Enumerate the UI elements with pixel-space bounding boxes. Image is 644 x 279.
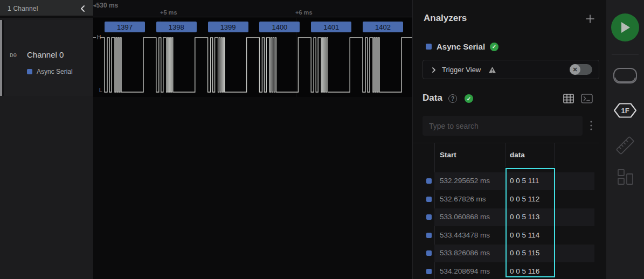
data-section-title: Data [423,93,442,103]
channel-row[interactable]: D0 Channel 0 Async Serial [0,20,93,96]
analyzers-title: Analyzers [424,13,467,24]
frame-bubble[interactable]: 1402 [363,22,403,32]
right-toolbar: 1F [606,0,644,279]
check-circle-icon: ✓ [490,43,498,51]
table-top-border [413,143,599,143]
column-header-start: Start [440,151,456,159]
capture-view: ◂530 ms +5 ms +6 ms 13971398139914001401… [93,0,412,279]
high-level-label: H [97,34,101,40]
toolbar-divider [612,54,639,55]
timeline-marker: +5 ms [160,9,177,16]
toggle-off-x-icon: ✕ [570,64,580,75]
channel-strip-gap [2,20,4,96]
logic-analyzer-app: 1 Channel D0 Channel 0 Async Serial ◂530… [0,0,644,279]
channels-sidebar: 1 Channel D0 Channel 0 Async Serial [0,0,93,279]
table-row[interactable]: 532.295652 ms0 0 5 111 [413,172,599,190]
row-start-time: 532.67826 ms [440,195,486,203]
analyzer-color-icon [426,197,432,202]
channels-count-label: 1 Channel [8,5,38,12]
timeline-anchor-triangle-icon: ◂ [93,3,96,8]
analyzer-color-icon [426,178,432,184]
analyzer-item-async-serial[interactable]: Async Serial ✓ [426,42,498,51]
trigger-view-toggle[interactable]: ✕ [570,64,592,75]
row-data-value: 0 0 5 111 [510,177,539,185]
table-view-icon[interactable] [563,93,574,106]
table-row[interactable]: 533.443478 ms0 0 5 114 [413,227,599,245]
row-data-value: 0 0 5 112 [510,195,539,203]
trigger-view-label: Trigger View [442,66,481,74]
analyzer-color-icon [426,44,432,50]
timeline-marker: +6 ms [295,9,313,16]
kebab-menu-icon[interactable] [587,120,595,131]
layout-grid-icon[interactable] [617,168,634,187]
chevron-right-icon [431,66,437,74]
analyzer-color-icon [426,250,432,256]
table-row[interactable]: 533.060868 ms0 0 5 113 [413,208,599,226]
table-row[interactable]: 534.208694 ms0 0 5 116 [413,263,599,279]
check-circle-icon: ✓ [465,94,473,103]
row-start-time: 533.060868 ms [440,213,490,221]
frame-bubble[interactable]: 1398 [156,22,197,32]
row-start-time: 533.443478 ms [440,231,490,239]
low-level-label: L [99,87,102,93]
analyzer-name-label: Async Serial [437,42,485,51]
row-data-value: 0 0 5 116 [510,267,539,275]
analyzers-panel: Analyzers Async Serial ✓ Trigger View ✕ … [412,0,606,279]
analyzer-color-icon [426,269,432,274]
channel-analyzer-chip[interactable]: Async Serial [27,68,73,75]
timeline-anchor: ◂530 ms [93,2,118,9]
column-divider [554,143,555,167]
timeline-ruler[interactable]: ◂530 ms +5 ms +6 ms [93,0,412,17]
frame-bubble[interactable]: 1400 [259,22,300,32]
column-header-data: data [510,151,525,159]
ruler-icon[interactable] [614,135,636,158]
help-icon[interactable]: ? [448,94,457,103]
row-start-time: 532.295652 ms [440,177,490,185]
hex-display-label: 1F [621,107,629,115]
trigger-view-expander[interactable]: Trigger View ✕ [423,60,599,79]
row-data-value: 0 0 5 114 [510,231,539,239]
analyzer-color-icon [27,69,32,74]
warning-triangle-icon [488,66,496,76]
device-icon[interactable] [613,67,638,87]
row-start-time: 534.208694 ms [440,267,490,275]
high-level-tick [93,37,96,38]
row-data-value: 0 0 5 115 [510,249,539,257]
channels-header: 1 Channel [0,0,93,18]
analyzer-color-icon [426,214,432,220]
terminal-view-icon[interactable] [580,93,593,106]
channel-id-label: D0 [10,52,17,59]
frame-bubble[interactable]: 1401 [311,22,351,32]
hex-display-icon[interactable]: 1F [613,102,638,121]
table-row[interactable]: 533.826086 ms0 0 5 115 [413,245,599,262]
add-analyzer-button[interactable] [585,14,595,24]
frame-bubble[interactable]: 1397 [105,22,145,32]
search-field-wrap [423,116,583,136]
analyzer-color-icon [426,233,432,238]
channel-name-label: Channel 0 [27,50,64,59]
column-divider [505,143,506,167]
row-data-value: 0 0 5 113 [510,213,539,221]
chevron-left-icon[interactable] [79,4,87,12]
play-button[interactable] [611,13,639,41]
row-start-time: 533.826086 ms [440,249,490,257]
frame-bubble[interactable]: 1399 [208,22,248,32]
table-row[interactable]: 532.67826 ms0 0 5 112 [413,191,599,208]
play-icon [619,20,632,34]
search-input[interactable] [423,116,583,136]
channel-analyzer-label: Async Serial [37,68,73,75]
